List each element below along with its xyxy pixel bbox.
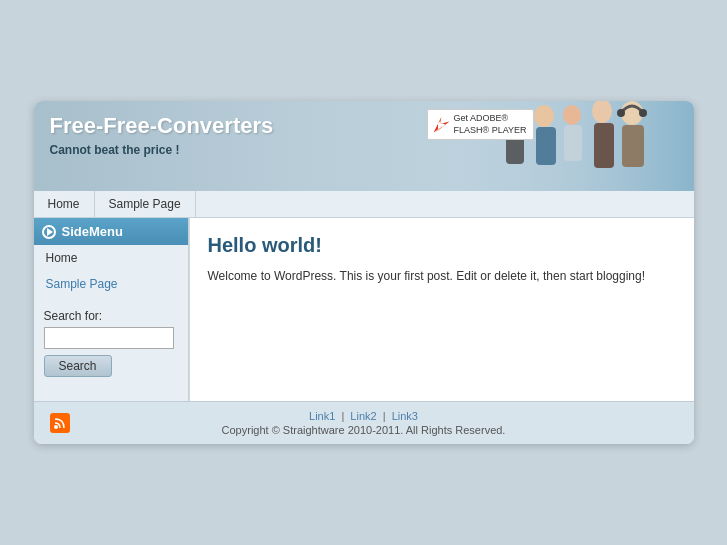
svg-rect-10: [622, 125, 644, 167]
header: ▶ Get ADOBE® FLASH® PLAYER Free-Free-Con…: [34, 101, 694, 191]
sidebar-item-sample-page[interactable]: Sample Page: [34, 271, 188, 297]
search-label: Search for:: [44, 309, 178, 323]
rss-icon[interactable]: [50, 413, 70, 433]
content-area: Hello world! Welcome to WordPress. This …: [189, 218, 694, 401]
post-title: Hello world!: [208, 234, 676, 257]
sidebar: SideMenu Home Sample Page Search for: Se…: [34, 218, 189, 401]
nav-home[interactable]: Home: [34, 191, 95, 217]
page-wrapper: ▶ Get ADOBE® FLASH® PLAYER Free-Free-Con…: [34, 101, 694, 444]
sidebar-menu-title: SideMenu: [34, 218, 188, 245]
footer: Link1 | Link2 | Link3 Copyright © Straig…: [34, 401, 694, 444]
search-button[interactable]: Search: [44, 355, 112, 377]
nav-sample-page[interactable]: Sample Page: [95, 191, 196, 217]
sidebar-item-home[interactable]: Home: [34, 245, 188, 271]
svg-point-3: [534, 105, 554, 127]
svg-rect-6: [564, 125, 582, 161]
footer-link-2[interactable]: Link2: [350, 410, 376, 422]
nav-bar: Home Sample Page: [34, 191, 694, 218]
svg-point-12: [639, 109, 647, 117]
footer-links: Link1 | Link2 | Link3: [70, 410, 658, 422]
post-body: Welcome to WordPress. This is your first…: [208, 267, 676, 286]
svg-rect-4: [536, 127, 556, 165]
sidebar-label: SideMenu: [62, 224, 123, 239]
svg-rect-8: [594, 123, 614, 168]
flash-badge[interactable]: ▶ Get ADOBE® FLASH® PLAYER: [427, 109, 534, 140]
footer-link-3[interactable]: Link3: [392, 410, 418, 422]
svg-point-5: [563, 105, 581, 125]
flash-icon: ▶: [434, 117, 450, 133]
footer-link-1[interactable]: Link1: [309, 410, 335, 422]
main-area: SideMenu Home Sample Page Search for: Se…: [34, 218, 694, 401]
flash-text: Get ADOBE® FLASH® PLAYER: [454, 113, 527, 136]
svg-point-13: [54, 425, 58, 429]
search-input[interactable]: [44, 327, 174, 349]
search-section: Search for: Search: [34, 297, 188, 385]
svg-point-11: [617, 109, 625, 117]
play-icon: [42, 225, 56, 239]
footer-center: Link1 | Link2 | Link3 Copyright © Straig…: [70, 410, 658, 436]
footer-copyright: Copyright © Straightware 2010-2011. All …: [70, 424, 658, 436]
